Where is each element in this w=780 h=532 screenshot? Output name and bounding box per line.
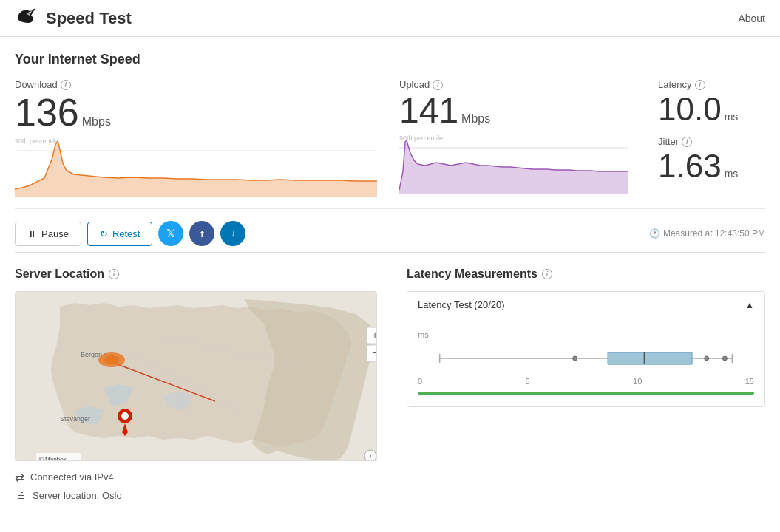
connected-via-item: ⇄ Connected via IPv4 xyxy=(15,470,384,484)
download-chart-container: 90th percentile xyxy=(15,137,399,197)
server-location-info-icon[interactable]: i xyxy=(109,269,119,279)
jitter-number: 1.63 xyxy=(658,150,722,183)
map-container[interactable]: Bergen • Stavanger + − xyxy=(15,291,377,461)
upload-number: 141 xyxy=(399,93,458,129)
server-location-item: 🖥 Server location: Oslo xyxy=(15,488,384,502)
upload-label: Upload i xyxy=(399,79,643,90)
upload-chart-percentile-label: 90th percentile xyxy=(399,134,443,142)
upload-info-icon[interactable]: i xyxy=(433,80,443,90)
svg-text:−: − xyxy=(372,347,377,358)
latency-measurements-info-icon[interactable]: i xyxy=(542,269,552,279)
header-left: Speed Test xyxy=(15,4,132,33)
download-chart-svg xyxy=(15,137,377,197)
server-location-label: Server location: Oslo xyxy=(33,490,122,501)
section-divider xyxy=(15,252,765,253)
actions-row: ⏸ Pause ↻ Retest 𝕏 f ↓ 🕐 Me xyxy=(15,208,765,246)
connected-icon: ⇄ xyxy=(15,470,24,484)
connected-label: Connected via IPv4 xyxy=(30,471,114,482)
internet-speed-title: Your Internet Speed xyxy=(15,52,765,67)
twitter-share-button[interactable]: 𝕏 xyxy=(158,221,183,246)
download-label: Download i xyxy=(15,79,399,90)
map-svg: Bergen • Stavanger + − xyxy=(16,292,377,461)
server-location-title: Server Location i xyxy=(15,267,384,281)
retest-icon: ↻ xyxy=(100,228,108,239)
svg-rect-23 xyxy=(608,352,692,364)
green-progress-bar xyxy=(418,392,754,395)
jitter-label: Jitter i xyxy=(658,136,765,147)
latency-item: Latency i 10.0 ms xyxy=(658,79,765,126)
measured-at: 🕐 Measured at 12:43:50 PM xyxy=(649,228,765,239)
pause-button[interactable]: ⏸ Pause xyxy=(15,222,81,246)
retest-button[interactable]: ↻ Retest xyxy=(87,222,153,246)
upload-chart-container: 90th percentile xyxy=(399,134,643,194)
download-unit: Mbps xyxy=(82,115,111,129)
upload-metric: Upload i 141 Mbps 90th percentile xyxy=(399,79,643,197)
latency-label: Latency i xyxy=(658,79,765,90)
latency-unit: ms xyxy=(725,111,739,123)
collapse-icon[interactable]: ▲ xyxy=(745,300,754,310)
clock-icon: 🕐 xyxy=(649,228,660,239)
metrics-row: Download i 136 Mbps 90th percentile xyxy=(15,79,765,197)
svg-point-8 xyxy=(104,355,119,364)
latency-number: 10.0 xyxy=(658,93,722,126)
latency-measurements-title: Latency Measurements i xyxy=(407,267,765,281)
twitter-icon: 𝕏 xyxy=(166,227,175,240)
app-header: Speed Test About xyxy=(0,0,780,37)
svg-text:Stavanger: Stavanger xyxy=(60,415,90,423)
latency-test-title: Latency Test (20/20) xyxy=(418,299,505,310)
logo-icon xyxy=(15,4,38,33)
boxplot-svg xyxy=(418,345,754,372)
share-icon: ↓ xyxy=(231,228,235,239)
svg-point-10 xyxy=(121,412,129,420)
axis-10: 10 xyxy=(633,377,642,386)
svg-text:+: + xyxy=(372,329,377,341)
facebook-icon: f xyxy=(200,228,203,239)
internet-speed-section: Your Internet Speed Download i 136 Mbps … xyxy=(15,52,765,246)
upload-unit: Mbps xyxy=(461,112,490,126)
boxplot-axis: 0 5 10 15 xyxy=(418,377,754,386)
download-metric: Download i 136 Mbps 90th percentile xyxy=(15,79,399,197)
download-value: 136 Mbps xyxy=(15,93,399,132)
share-button[interactable]: ↓ xyxy=(220,221,245,246)
main-content: Your Internet Speed Download i 136 Mbps … xyxy=(0,37,780,516)
download-number: 136 xyxy=(15,93,79,132)
about-link[interactable]: About xyxy=(738,13,765,24)
svg-point-25 xyxy=(573,356,577,361)
upload-chart-svg xyxy=(399,134,628,194)
jitter-value: 1.63 ms xyxy=(658,150,765,183)
jitter-item: Jitter i 1.63 ms xyxy=(658,136,765,183)
latency-value: 10.0 ms xyxy=(658,93,765,126)
axis-5: 5 xyxy=(526,377,530,386)
axis-0: 0 xyxy=(418,377,422,386)
latency-info-icon[interactable]: i xyxy=(695,80,705,90)
svg-text:© Mapbox: © Mapbox xyxy=(39,456,67,461)
latency-test-box: Latency Test (20/20) ▲ ms xyxy=(407,291,765,407)
pause-icon: ⏸ xyxy=(27,228,37,239)
download-chart-percentile-label: 90th percentile xyxy=(15,137,58,145)
server-location-section: Server Location i xyxy=(15,267,384,502)
server-icon: 🖥 xyxy=(15,488,27,502)
actions-left: ⏸ Pause ↻ Retest 𝕏 f ↓ xyxy=(15,221,245,246)
jitter-unit: ms xyxy=(725,168,739,180)
latency-test-header: Latency Test (20/20) ▲ xyxy=(407,292,764,318)
bottom-row: Server Location i xyxy=(15,267,765,502)
axis-15: 15 xyxy=(745,377,754,386)
jitter-info-icon[interactable]: i xyxy=(682,137,692,147)
app-title: Speed Test xyxy=(46,9,132,28)
latency-jitter-metric: Latency i 10.0 ms Jitter i 1.63 xyxy=(643,79,765,197)
map-info: ⇄ Connected via IPv4 🖥 Server location: … xyxy=(15,470,384,502)
upload-value: 141 Mbps xyxy=(399,93,643,129)
ms-label: ms xyxy=(418,330,754,339)
latency-test-body: ms xyxy=(407,318,764,406)
svg-point-26 xyxy=(705,356,709,361)
latency-measurements-section: Latency Measurements i Latency Test (20/… xyxy=(407,267,765,502)
facebook-share-button[interactable]: f xyxy=(189,221,214,246)
svg-point-27 xyxy=(722,356,727,361)
download-info-icon[interactable]: i xyxy=(61,80,71,90)
